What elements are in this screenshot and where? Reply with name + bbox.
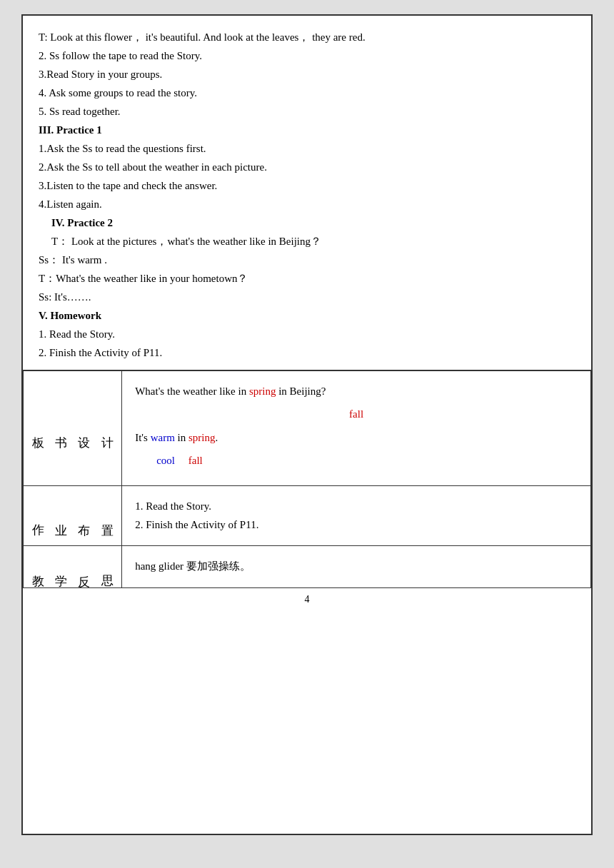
board-line1-suffix: in Beijing? [276, 385, 326, 397]
page-number: 4 [23, 588, 591, 610]
board-period: . [215, 432, 218, 443]
board-content: What's the weather like in spring in Bei… [122, 371, 591, 486]
board-warm: warm [151, 432, 175, 443]
homework-label: 作业布置 [24, 486, 122, 546]
main-line: 2.Ask the Ss to tell about the weather i… [39, 158, 575, 176]
main-line: 3.Listen to the tape and check the answe… [39, 177, 575, 194]
main-content-area: T: Look at this flower， it's beautiful. … [23, 16, 591, 370]
board-line-1: What's the weather like in spring in Bei… [135, 383, 578, 401]
board-line-4: cool fall [156, 452, 578, 470]
main-line: 4. Ask some groups to read the story. [39, 84, 575, 101]
main-line: V. Homework [39, 307, 575, 324]
board-line1-prefix: What's the weather like in [135, 385, 249, 397]
main-line: Ss: It's……. [39, 288, 575, 306]
reflection-label: 教学反思 [24, 546, 122, 588]
main-line: 4.Listen again. [39, 196, 575, 213]
board-its: It's [135, 432, 150, 443]
reflection-text: hang glider 要加强操练。 [135, 557, 578, 576]
main-line: 3.Read Story in your groups. [39, 66, 575, 83]
board-fall-text: fall [349, 408, 363, 420]
lower-table: 板书设计 What's the weather like in spring i… [23, 370, 591, 588]
main-line: 5. Ss read together. [39, 103, 575, 120]
main-line: Ss： It's warm . [39, 251, 575, 268]
main-line: T：What's the weather like in your hometo… [39, 270, 575, 287]
board-in: in [175, 432, 188, 443]
main-line: T： Look at the pictures，what's the weath… [39, 233, 575, 250]
main-line: 2. Finish the Activity of P11. [39, 344, 575, 361]
reflection-content: hang glider 要加强操练。 [122, 546, 591, 588]
board-line-3: It's warm in spring. [135, 429, 578, 448]
main-line: 1. Read the Story. [39, 326, 575, 343]
board-cool: cool [156, 455, 175, 466]
main-line: T: Look at this flower， it's beautiful. … [39, 29, 575, 46]
main-line: III. Practice 1 [39, 121, 575, 138]
board-row: 板书设计 What's the weather like in spring i… [24, 371, 591, 486]
reflection-row: 教学反思 hang glider 要加强操练。 [24, 546, 591, 588]
board-fall-center: fall [135, 405, 578, 424]
main-line: IV. Practice 2 [39, 214, 575, 231]
board-spring-1: spring [249, 385, 276, 397]
board-fall-2: fall [188, 455, 203, 466]
homework-content: 1. Read the Story. 2. Finish the Activit… [122, 486, 591, 546]
homework-row: 作业布置 1. Read the Story. 2. Finish the Ac… [24, 486, 591, 546]
page: T: Look at this flower， it's beautiful. … [21, 14, 593, 835]
main-line: 1.Ask the Ss to read the questions first… [39, 140, 575, 157]
board-spring-2: spring [188, 432, 216, 443]
main-line: 2. Ss follow the tape to read the Story. [39, 47, 575, 64]
hw-line-1: 1. Read the Story. [135, 498, 578, 516]
board-label: 板书设计 [24, 371, 122, 486]
hw-line-2: 2. Finish the Activity of P11. [135, 516, 578, 535]
